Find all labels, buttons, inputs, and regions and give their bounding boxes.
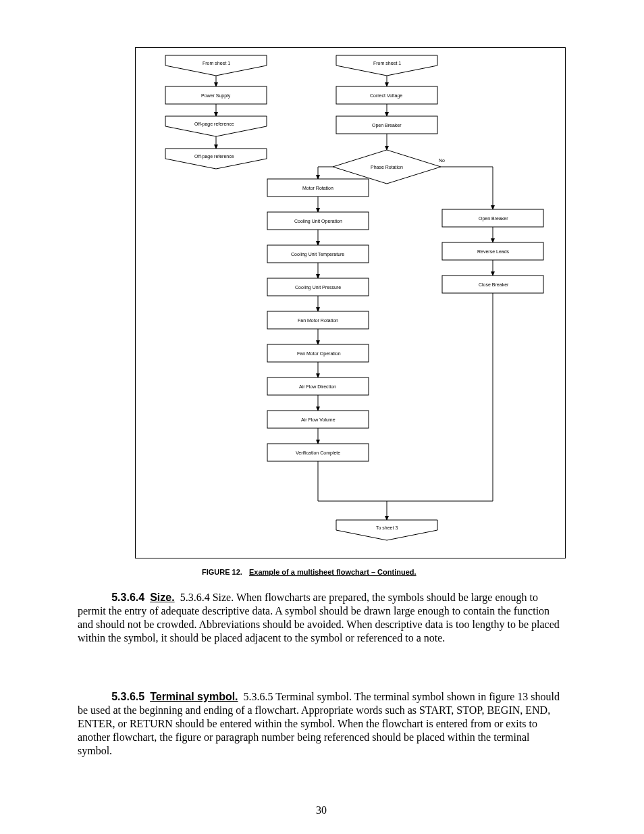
svg-text:From sheet 1: From sheet 1 <box>373 61 401 66</box>
svg-text:Air Flow Direction: Air Flow Direction <box>299 384 336 389</box>
svg-text:Motor Rotation: Motor Rotation <box>302 186 333 190</box>
svg-text:Cooling Unit Operation: Cooling Unit Operation <box>294 219 342 224</box>
left-step-1: Power Supply <box>165 86 267 104</box>
yes-step-8: Verification Complete <box>267 444 369 461</box>
yes-step-2: Cooling Unit Temperature <box>267 245 369 263</box>
yes-step-0: Motor Rotation <box>267 179 369 197</box>
right-step-2: Open Breaker <box>336 116 437 134</box>
left-offpage-2: Off-page reference <box>165 149 267 169</box>
svg-text:Open Breaker: Open Breaker <box>479 216 508 221</box>
left-entry: From sheet 1 <box>165 55 267 76</box>
svg-text:Fan Motor Operation: Fan Motor Operation <box>297 351 341 357</box>
svg-text:Open Breaker: Open Breaker <box>372 123 402 128</box>
paragraph-5-3-6-4: XXXX 5.3.6.4 Size. 5.3.6.4 Size. When fl… <box>78 591 564 692</box>
svg-marker-6 <box>165 116 267 136</box>
decision-no-label: No <box>439 158 445 163</box>
no-step-0: Open Breaker <box>442 209 543 227</box>
svg-text:To sheet 3: To sheet 3 <box>376 525 398 530</box>
svg-text:Correct Voltage: Correct Voltage <box>370 93 402 99</box>
svg-text:Close Breaker: Close Breaker <box>479 282 509 287</box>
flowchart-svg: From sheet 1 Power Supply Off-page refer… <box>0 0 644 834</box>
svg-text:Phase Rotation: Phase Rotation <box>371 165 403 170</box>
svg-text:From sheet 1: From sheet 1 <box>203 61 230 66</box>
right-entry: From sheet 1 <box>336 55 437 76</box>
yes-step-3: Cooling Unit Pressure <box>267 278 369 296</box>
yes-step-4: Fan Motor Rotation <box>267 311 369 329</box>
svg-text:Cooling Unit Temperature: Cooling Unit Temperature <box>291 252 344 257</box>
svg-text:Air Flow Volume: Air Flow Volume <box>301 417 336 422</box>
no-step-2: Close Breaker <box>442 276 543 293</box>
svg-marker-0 <box>165 55 267 76</box>
svg-text:Power Supply: Power Supply <box>201 93 231 99</box>
yes-step-1: Cooling Unit Operation <box>267 212 369 230</box>
svg-text:Verification Complete: Verification Complete <box>296 450 340 456</box>
figure-title: Example of a multisheet flowchart – Cont… <box>249 568 417 576</box>
yes-step-6: Air Flow Direction <box>267 377 369 395</box>
no-step-1: Reverse Leads <box>442 242 543 260</box>
svg-text:Fan Motor Rotation: Fan Motor Rotation <box>298 318 338 323</box>
left-offpage-1: Off-page reference <box>165 116 267 136</box>
svg-marker-56 <box>336 520 437 540</box>
svg-text:Cooling Unit Pressure: Cooling Unit Pressure <box>295 285 341 290</box>
yes-step-5: Fan Motor Operation <box>267 344 369 362</box>
svg-marker-11 <box>336 55 437 76</box>
svg-marker-9 <box>165 149 267 169</box>
svg-text:Reverse Leads: Reverse Leads <box>477 249 510 254</box>
svg-text:Off-page reference: Off-page reference <box>194 122 234 127</box>
paragraph-5-3-6-5: XXXX 5.3.6.5 Terminal symbol. 5.3.6.5 Te… <box>78 690 564 791</box>
svg-text:Off-page reference: Off-page reference <box>194 154 234 159</box>
right-step-1: Correct Voltage <box>336 86 437 104</box>
page-number: 30 <box>316 804 327 816</box>
figure-label: FIGURE 12. <box>202 568 242 576</box>
exit-offpage: To sheet 3 <box>336 520 437 540</box>
yes-step-7: Air Flow Volume <box>267 411 369 428</box>
